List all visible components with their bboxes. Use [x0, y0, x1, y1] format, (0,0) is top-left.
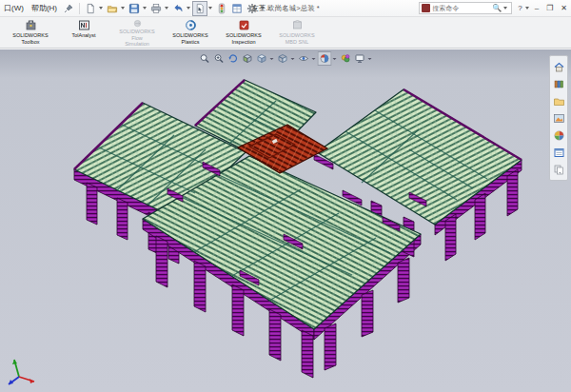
select-dropdown-chevron[interactable] [208, 7, 212, 10]
pin-icon[interactable] [64, 4, 73, 13]
zoom-to-area-button[interactable] [212, 51, 226, 66]
rebuild-button[interactable] [214, 1, 229, 16]
open-dropdown-chevron[interactable] [121, 7, 125, 10]
formwork-model-canvas[interactable] [0, 49, 571, 392]
hide-show-items-button[interactable] [297, 51, 311, 66]
search-dropdown-chevron[interactable] [503, 7, 507, 10]
command-search[interactable]: 🔍 [419, 2, 512, 14]
zoom-to-fit-button[interactable] [198, 51, 212, 66]
new-document-button[interactable] [83, 1, 98, 16]
addin-label: MBD SNL [286, 39, 308, 46]
design-library-button[interactable] [551, 76, 566, 91]
forum-pages-icon [553, 164, 565, 176]
addin-label: Flow [131, 35, 143, 42]
section-view-icon [243, 53, 253, 64]
menu-window[interactable]: 口(W) [0, 1, 28, 15]
home-icon [553, 61, 565, 73]
section-view-button[interactable] [241, 51, 255, 66]
edit-appearance-button[interactable] [318, 51, 332, 66]
view-settings-chevron[interactable] [368, 58, 372, 60]
plastics-icon [185, 19, 197, 31]
open-folder-icon [107, 3, 118, 14]
solidworks-logo-icon [422, 4, 430, 12]
hide-show-chevron[interactable] [312, 58, 316, 60]
print-dropdown-chevron[interactable] [165, 7, 168, 10]
undo-icon [172, 3, 184, 14]
addin-flow-simulation-button[interactable]: SOLIDWORKS Flow Simulation [110, 17, 164, 48]
quick-access-toolbar [83, 1, 266, 16]
addin-label: SOLIDWORKS [12, 32, 48, 39]
rebuild-traffic-light-icon [216, 3, 227, 14]
view-settings-button[interactable] [353, 51, 367, 66]
view-orientation-chevron[interactable] [270, 58, 274, 60]
help-dropdown-chevron[interactable] [525, 7, 529, 10]
addin-inspection-button[interactable]: SOLIDWORKS Inspection [217, 17, 270, 48]
forum-button[interactable] [551, 162, 566, 177]
display-style-icon [278, 53, 288, 64]
zoom-to-fit-icon [200, 53, 210, 64]
display-style-button[interactable] [276, 51, 290, 66]
undo-button[interactable] [170, 1, 186, 16]
display-style-chevron[interactable] [291, 58, 295, 60]
file-properties-button[interactable] [229, 1, 245, 16]
print-icon [150, 3, 162, 14]
addin-label: Inspection [231, 39, 255, 46]
task-pane-toolbar [549, 55, 568, 181]
addin-label: SOLIDWORKS [119, 29, 154, 35]
appearances-ball-icon [553, 129, 565, 142]
addin-plastics-button[interactable]: SOLIDWORKS Plastics [164, 17, 217, 48]
close-button[interactable]: ✕ [557, 3, 571, 13]
addin-tolanalyst-button[interactable]: TolAnalyst [57, 17, 110, 48]
options-dropdown-chevron[interactable] [261, 7, 265, 10]
view-orientation-button[interactable] [255, 51, 269, 66]
options-gear-icon [246, 3, 258, 14]
addin-label: SOLIDWORKS [172, 32, 207, 39]
toolbar-separator [79, 3, 80, 14]
orientation-triad [9, 360, 34, 384]
save-dropdown-chevron[interactable] [143, 7, 147, 10]
select-button[interactable] [192, 1, 207, 16]
options-button[interactable] [245, 1, 260, 16]
new-dropdown-chevron[interactable] [99, 7, 103, 10]
addin-label: SOLIDWORKS [226, 32, 261, 39]
view-palette-button[interactable] [551, 110, 566, 126]
menu-help[interactable]: 帮助(H) [28, 1, 61, 15]
print-button[interactable] [148, 1, 164, 16]
scene-icon [341, 53, 351, 64]
save-button[interactable] [127, 1, 142, 16]
restore-button[interactable]: ❐ [542, 3, 557, 13]
custom-properties-button[interactable] [551, 145, 566, 160]
addin-mbd-snl-button[interactable]: SOLIDWORKS MBD SNL [270, 17, 324, 48]
tolanalyst-icon [78, 19, 90, 31]
addin-label: Simulation [125, 41, 149, 48]
solidworks-resources-button[interactable] [551, 59, 566, 74]
addin-label: Plastics [182, 39, 200, 46]
file-explorer-button[interactable] [551, 93, 566, 108]
open-button[interactable] [105, 1, 120, 16]
graphics-viewport[interactable] [0, 49, 571, 392]
addins-command-bar: SOLIDWORKS Toolbox TolAnalyst SOLIDWORKS… [0, 17, 571, 49]
select-icon [194, 3, 206, 14]
design-library-icon [553, 78, 565, 90]
apply-scene-button[interactable] [339, 51, 353, 66]
previous-view-icon [228, 53, 239, 64]
previous-view-button[interactable] [226, 51, 241, 66]
view-cube-icon [257, 53, 267, 64]
undo-dropdown-chevron[interactable] [187, 7, 190, 10]
save-icon [128, 3, 140, 14]
solidworks-window: 口(W) 帮助(H) [0, 0, 571, 392]
help-button[interactable]: ? [518, 4, 522, 12]
zoom-to-area-icon [214, 53, 225, 64]
search-icon[interactable]: 🔍 [492, 4, 502, 12]
search-input[interactable] [432, 5, 491, 11]
minimize-button[interactable]: – [531, 3, 542, 13]
formwork-model[interactable] [74, 80, 522, 378]
appearances-scenes-button[interactable] [551, 127, 566, 143]
titlebar-right: 🔍 ? – ❐ ✕ [419, 2, 571, 14]
addin-toolbox-button[interactable]: SOLIDWORKS Toolbox [4, 17, 57, 48]
custom-properties-icon [553, 147, 565, 159]
view-settings-monitor-icon [355, 53, 365, 64]
appearance-ball-icon [320, 53, 330, 64]
edit-appearance-chevron[interactable] [333, 58, 337, 60]
mbd-snl-icon [291, 19, 304, 31]
